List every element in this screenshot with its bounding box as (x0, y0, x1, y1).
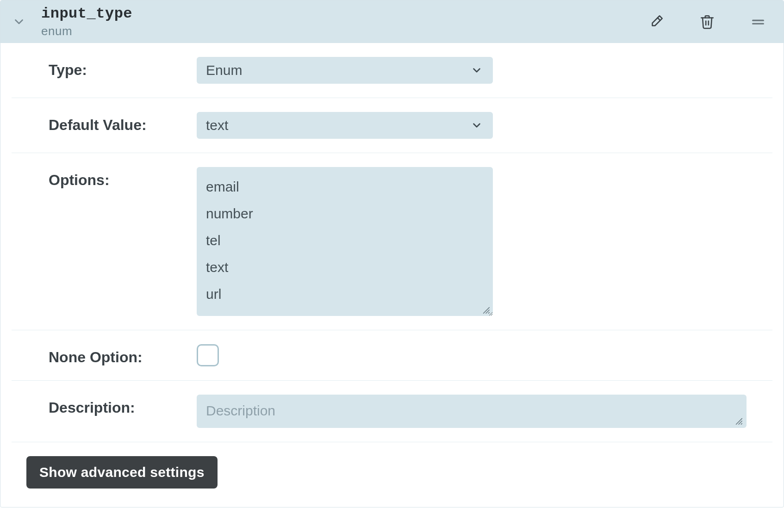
pencil-icon (648, 14, 664, 30)
field-header: input_type enum (0, 0, 784, 43)
chevron-down-icon (471, 64, 483, 76)
trash-icon (699, 14, 715, 30)
show-advanced-label: Show advanced settings (39, 464, 205, 480)
drag-handle[interactable] (746, 9, 771, 34)
svg-line-4 (488, 312, 489, 313)
drag-lines-icon (750, 14, 766, 30)
chevron-down-icon (12, 15, 26, 29)
row-type: Type: Enum (12, 43, 772, 98)
edit-button[interactable] (644, 9, 669, 34)
option-item[interactable]: number (206, 200, 484, 227)
default-value-select[interactable]: text (197, 112, 493, 139)
field-subtitle: enum (41, 24, 132, 38)
options-list[interactable]: email number tel text url (197, 167, 493, 316)
field-title-block: input_type enum (41, 5, 132, 38)
option-item[interactable]: url (206, 281, 484, 308)
label-type: Type: (49, 57, 197, 79)
chevron-down-icon (471, 119, 483, 131)
option-item[interactable]: email (206, 173, 484, 200)
collapse-toggle[interactable] (10, 12, 28, 31)
label-options: Options: (49, 167, 197, 189)
resize-grip-icon (734, 417, 743, 425)
type-select-value: Enum (206, 62, 242, 78)
svg-line-7 (741, 423, 742, 424)
row-options: Options: email number tel text url (12, 153, 772, 330)
option-item[interactable]: tel (206, 227, 484, 254)
label-default-value: Default Value: (49, 112, 197, 134)
svg-line-2 (484, 308, 490, 314)
label-description: Description: (49, 395, 197, 416)
delete-button[interactable] (695, 9, 720, 34)
row-none-option: None Option: (12, 330, 772, 381)
row-default-value: Default Value: text (12, 98, 772, 153)
svg-line-6 (739, 421, 742, 424)
type-select[interactable]: Enum (197, 57, 493, 84)
svg-line-5 (736, 419, 742, 425)
field-editor-panel: input_type enum Type: Enum (0, 0, 784, 507)
label-none-option: None Option: (49, 344, 197, 366)
default-value-select-value: text (206, 118, 228, 133)
field-body: Type: Enum Default Value: text (0, 43, 784, 507)
description-input[interactable] (197, 395, 747, 428)
none-option-checkbox[interactable] (197, 344, 219, 366)
svg-line-3 (486, 310, 489, 313)
row-description: Description: (12, 381, 772, 442)
option-item[interactable]: text (206, 254, 484, 281)
show-advanced-button[interactable]: Show advanced settings (26, 456, 218, 489)
field-name: input_type (41, 5, 132, 22)
